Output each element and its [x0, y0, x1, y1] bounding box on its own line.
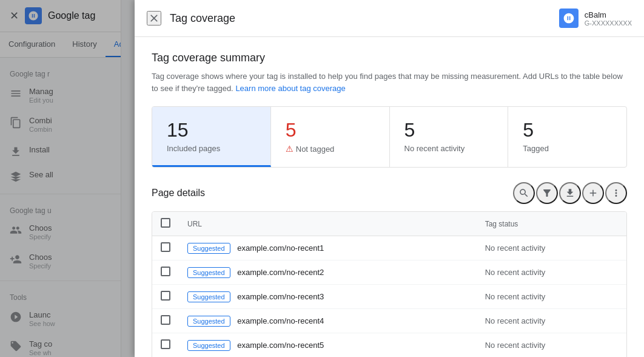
suggested-badge-1[interactable]: Suggested: [187, 267, 230, 278]
app-container: ✕ Google tag Configuration History Admi …: [0, 0, 644, 357]
search-button[interactable]: [513, 182, 535, 204]
page-details-table: URL Tag status Suggested example.com/no-…: [152, 212, 626, 357]
row-checkbox-4[interactable]: [161, 339, 170, 349]
filter-button[interactable]: [536, 182, 558, 204]
stats-row: 15 Included pages 5 ⚠ Not tagged 5 No re…: [152, 106, 627, 168]
row-url-cell: Suggested example.com/no-recent5: [179, 333, 477, 358]
more-options-button[interactable]: [605, 182, 627, 204]
page-details-header: Page details: [152, 182, 627, 204]
summary-title: Tag coverage summary: [152, 52, 627, 64]
url-text-2: example.com/no-recent3: [237, 292, 324, 301]
stat-number-no-recent: 5: [404, 119, 494, 141]
table-row: Suggested example.com/no-recent1 No rece…: [152, 236, 626, 260]
table-row: Suggested example.com/no-recent3 No rece…: [152, 285, 626, 309]
status-text-2: No recent activity: [485, 292, 546, 301]
stat-label-no-recent: No recent activity: [404, 144, 494, 153]
account-logo: [559, 8, 579, 28]
row-checkbox-cell: [152, 260, 179, 285]
stat-number-included: 15: [167, 119, 256, 141]
stat-no-recent-activity[interactable]: 5 No recent activity: [390, 107, 509, 167]
stat-label-not-tagged: ⚠ Not tagged: [286, 144, 375, 154]
status-text-1: No recent activity: [485, 268, 546, 277]
url-text-0: example.com/no-recent1: [237, 243, 324, 253]
stat-label-included: Included pages: [167, 144, 256, 153]
status-text-3: No recent activity: [485, 316, 546, 325]
row-status-cell: No recent activity: [477, 260, 626, 285]
status-text-0: No recent activity: [485, 243, 546, 253]
row-url-cell: Suggested example.com/no-recent2: [179, 260, 477, 285]
stat-not-tagged[interactable]: 5 ⚠ Not tagged: [271, 107, 390, 167]
row-status-cell: No recent activity: [477, 333, 626, 358]
url-text-1: example.com/no-recent2: [237, 268, 324, 277]
row-checkbox-cell: [152, 285, 179, 309]
row-checkbox-1[interactable]: [161, 267, 170, 276]
row-url-cell: Suggested example.com/no-recent3: [179, 285, 477, 309]
row-checkbox-cell: [152, 236, 179, 260]
table-row: Suggested example.com/no-recent5 No rece…: [152, 333, 626, 358]
modal-body: Tag coverage summary Tag coverage shows …: [135, 37, 644, 357]
table-container: URL Tag status Suggested example.com/no-…: [152, 211, 627, 357]
row-checkbox-2[interactable]: [161, 291, 170, 301]
row-url-cell: Suggested example.com/no-recent1: [179, 236, 477, 260]
select-all-checkbox[interactable]: [161, 218, 170, 228]
modal-account: cBalm G-XXXXXXXXX: [559, 8, 632, 28]
row-checkbox-0[interactable]: [161, 242, 170, 252]
header-url: URL: [179, 212, 477, 236]
download-button[interactable]: [559, 182, 581, 204]
warning-icon: ⚠: [286, 144, 293, 154]
suggested-badge-4[interactable]: Suggested: [187, 340, 230, 351]
stat-included-pages[interactable]: 15 Included pages: [152, 107, 271, 167]
url-text-3: example.com/no-recent4: [237, 316, 324, 325]
table-header-row: URL Tag status: [152, 212, 626, 236]
row-status-cell: No recent activity: [477, 236, 626, 260]
stat-number-tagged: 5: [523, 119, 612, 141]
table-row: Suggested example.com/no-recent2 No rece…: [152, 260, 626, 285]
modal-header: Tag coverage cBalm G-XXXXXXXXX: [135, 0, 644, 37]
row-status-cell: No recent activity: [477, 285, 626, 309]
modal-panel: Tag coverage cBalm G-XXXXXXXXX Tag cover…: [135, 0, 644, 357]
page-details-title: Page details: [152, 188, 513, 199]
status-text-4: No recent activity: [485, 341, 546, 350]
table-row: Suggested example.com/no-recent4 No rece…: [152, 309, 626, 333]
account-name: cBalm: [585, 10, 632, 19]
modal-close-button[interactable]: [147, 11, 161, 25]
suggested-badge-2[interactable]: Suggested: [187, 291, 230, 302]
suggested-badge-0[interactable]: Suggested: [187, 243, 230, 254]
url-text-4: example.com/no-recent5: [237, 341, 324, 350]
stat-tagged[interactable]: 5 Tagged: [508, 107, 626, 167]
stat-label-tagged: Tagged: [523, 144, 612, 153]
stat-number-not-tagged: 5: [286, 119, 375, 141]
row-checkbox-cell: [152, 309, 179, 333]
header-tag-status: Tag status: [477, 212, 626, 236]
row-checkbox-cell: [152, 333, 179, 358]
suggested-badge-3[interactable]: Suggested: [187, 316, 230, 327]
account-id: G-XXXXXXXXX: [585, 19, 632, 27]
page-details-actions: [513, 182, 627, 204]
modal-title: Tag coverage: [170, 12, 551, 25]
add-button[interactable]: [582, 182, 604, 204]
row-url-cell: Suggested example.com/no-recent4: [179, 309, 477, 333]
row-checkbox-3[interactable]: [161, 315, 170, 325]
row-status-cell: No recent activity: [477, 309, 626, 333]
learn-more-link[interactable]: Learn more about tag coverage: [235, 84, 345, 93]
header-checkbox-col: [152, 212, 179, 236]
summary-description: Tag coverage shows where your tag is ins…: [152, 70, 627, 94]
